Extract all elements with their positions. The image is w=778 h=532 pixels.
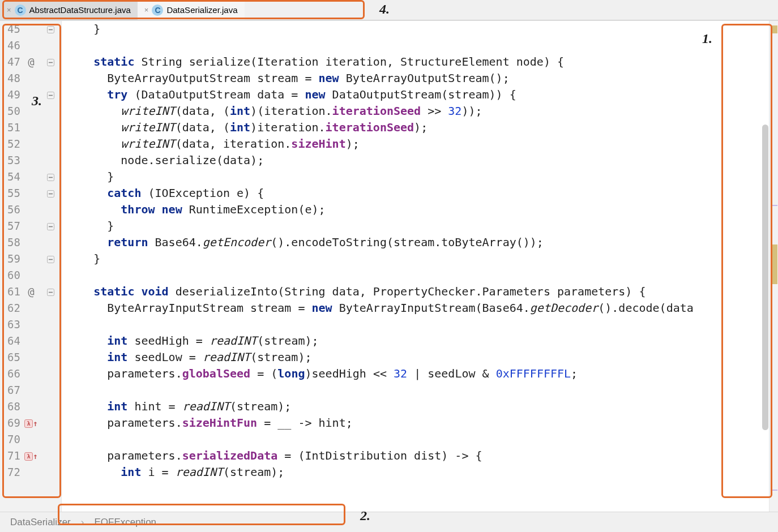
- breadcrumb-item[interactable]: EOFException: [94, 517, 156, 528]
- code-line[interactable]: [66, 267, 769, 284]
- code-line[interactable]: writeINT(data, (int)(iteration.iteration…: [66, 103, 769, 119]
- code-line[interactable]: }: [66, 169, 769, 185]
- breadcrumbs-bar[interactable]: DataSerializer › EOFException: [0, 512, 778, 532]
- line-number: 63: [3, 316, 20, 333]
- line-number: 59: [3, 251, 20, 267]
- code-line[interactable]: return Base64.getEncoder().encodeToStrin…: [66, 234, 769, 251]
- code-line[interactable]: writeINT(data, (int)iteration.iterationS…: [66, 119, 769, 136]
- fold-toggle-icon[interactable]: [47, 251, 54, 267]
- code-area[interactable]: } static String serialize(Iteration iter…: [62, 21, 769, 512]
- line-number: 55: [3, 185, 20, 201]
- class-icon: C: [152, 5, 163, 16]
- tab-label: DataSerializer.java: [166, 5, 237, 15]
- code-line[interactable]: parameters.sizeHintFun = __ -> hint;: [66, 415, 769, 431]
- code-line[interactable]: int seedLow = readINT(stream);: [66, 349, 769, 366]
- breadcrumb-item[interactable]: DataSerializer: [10, 517, 71, 528]
- line-number: 53: [3, 152, 20, 169]
- line-number: 50: [3, 103, 20, 119]
- close-icon[interactable]: ×: [144, 6, 149, 14]
- stripe-separator-marker[interactable]: [771, 490, 777, 491]
- fold-toggle-icon[interactable]: [47, 185, 54, 201]
- gutter-annotations: @@λ↑λ↑: [23, 21, 40, 512]
- fold-toggle-icon[interactable]: [47, 218, 54, 234]
- line-number: 54: [3, 169, 20, 185]
- code-line[interactable]: [66, 382, 769, 398]
- line-number: 56: [3, 201, 20, 218]
- fold-toggle-icon[interactable]: [47, 169, 54, 185]
- code-line[interactable]: }: [66, 218, 769, 234]
- gutter-fold-region[interactable]: [40, 21, 61, 512]
- line-number: 71: [3, 448, 20, 464]
- code-line[interactable]: catch (IOException e) {: [66, 185, 769, 201]
- code-line[interactable]: [66, 316, 769, 333]
- fold-toggle-icon[interactable]: [47, 21, 54, 37]
- code-line[interactable]: [66, 37, 769, 54]
- code-line[interactable]: int seedHigh = readINT(stream);: [66, 333, 769, 349]
- editor-container: 4546474849505152535455565758596061626364…: [0, 20, 778, 512]
- gutter[interactable]: 4546474849505152535455565758596061626364…: [0, 21, 62, 512]
- code-line[interactable]: parameters.globalSeed = (long)seedHigh <…: [66, 366, 769, 382]
- line-number: 65: [3, 349, 20, 366]
- editor-tab[interactable]: ×CDataSerializer.java: [138, 0, 245, 20]
- editor-tab[interactable]: ×CAbstractDataStructure.java: [0, 0, 138, 20]
- line-number: 57: [3, 218, 20, 234]
- tab-label: AbstractDataStructure.java: [29, 5, 131, 15]
- editor-tabs-bar: ×CAbstractDataStructure.java×CDataSerial…: [0, 0, 778, 20]
- code-line[interactable]: }: [66, 21, 769, 37]
- code-line[interactable]: int i = readINT(stream);: [66, 464, 769, 480]
- code-line[interactable]: }: [66, 251, 769, 267]
- error-stripe[interactable]: [769, 21, 778, 512]
- stripe-warning-marker[interactable]: [771, 25, 777, 33]
- line-number: 52: [3, 136, 20, 152]
- line-numbers: 4546474849505152535455565758596061626364…: [0, 21, 23, 512]
- code-line[interactable]: int hint = readINT(stream);: [66, 398, 769, 415]
- line-number: 45: [3, 21, 20, 37]
- vertical-scrollbar-thumb[interactable]: [762, 125, 768, 430]
- code-line[interactable]: writeINT(data, iteration.sizeHint);: [66, 136, 769, 152]
- code-line[interactable]: throw new RuntimeException(e);: [66, 201, 769, 218]
- line-number: 66: [3, 366, 20, 382]
- gutter-lambda-icon: λ↑: [24, 415, 37, 431]
- line-number: 48: [3, 70, 20, 87]
- gutter-lambda-icon: λ↑: [24, 448, 37, 464]
- code-line[interactable]: parameters.serializedData = (IntDistribu…: [66, 448, 769, 464]
- line-number: 68: [3, 398, 20, 415]
- line-number: 69: [3, 415, 20, 431]
- line-number: 64: [3, 333, 20, 349]
- code-line[interactable]: try (DataOutputStream data = new DataOut…: [66, 87, 769, 103]
- code-line[interactable]: node.serialize(data);: [66, 152, 769, 169]
- fold-toggle-icon[interactable]: [47, 284, 54, 300]
- line-number: 49: [3, 87, 20, 103]
- close-icon[interactable]: ×: [7, 6, 11, 14]
- stripe-warning-marker[interactable]: [771, 244, 777, 284]
- fold-toggle-icon[interactable]: [47, 87, 54, 103]
- line-number: 67: [3, 382, 20, 398]
- code-line[interactable]: ByteArrayOutputStream stream = new ByteA…: [66, 70, 769, 87]
- line-number: 62: [3, 300, 20, 316]
- line-number: 70: [3, 431, 20, 448]
- line-number: 72: [3, 464, 20, 480]
- line-number: 51: [3, 119, 20, 136]
- line-number: 61: [3, 284, 20, 300]
- code-line[interactable]: [66, 431, 769, 448]
- gutter-annotation-icon: @: [28, 284, 34, 300]
- line-number: 47: [3, 54, 20, 70]
- line-number: 58: [3, 234, 20, 251]
- chevron-right-icon: ›: [81, 517, 84, 528]
- code-line[interactable]: static void deserializeInto(String data,…: [66, 284, 769, 300]
- gutter-annotation-icon: @: [28, 54, 34, 70]
- code-line[interactable]: ByteArrayInputStream stream = new ByteAr…: [66, 300, 769, 316]
- code-line[interactable]: static String serialize(Iteration iterat…: [66, 54, 769, 70]
- line-number: 60: [3, 267, 20, 284]
- line-number: 46: [3, 37, 20, 54]
- fold-toggle-icon[interactable]: [47, 54, 54, 70]
- class-icon: C: [15, 5, 26, 16]
- stripe-separator-marker[interactable]: [771, 205, 777, 206]
